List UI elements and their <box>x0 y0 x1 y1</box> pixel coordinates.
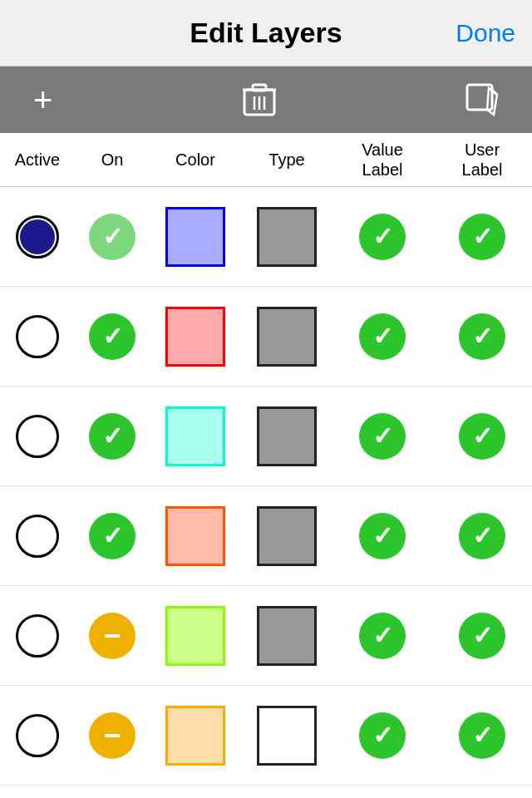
cell-type <box>241 406 332 466</box>
cell-color <box>150 506 241 566</box>
label-check[interactable] <box>359 214 406 260</box>
cell-value-label <box>332 513 432 559</box>
on-check-light[interactable] <box>89 214 135 260</box>
color-swatch[interactable] <box>165 606 225 666</box>
nav-bar: Edit Layers Done <box>0 0 532 66</box>
color-swatch[interactable] <box>165 307 225 367</box>
cell-active <box>0 415 75 458</box>
cell-user-label <box>432 313 532 360</box>
type-swatch[interactable] <box>257 307 317 367</box>
label-check[interactable] <box>359 513 406 559</box>
cell-user-label <box>432 513 532 559</box>
table-row <box>0 686 532 786</box>
cell-value-label <box>332 712 432 759</box>
cell-color <box>150 207 241 267</box>
color-swatch[interactable] <box>165 406 225 466</box>
active-radio[interactable] <box>16 515 59 558</box>
table-row <box>0 387 532 486</box>
active-radio[interactable] <box>16 215 59 259</box>
cell-type <box>241 506 332 566</box>
cell-type <box>241 706 332 766</box>
page-title: Edit Layers <box>190 17 342 49</box>
label-check[interactable] <box>459 214 505 260</box>
type-swatch[interactable] <box>257 606 317 666</box>
cell-user-label <box>432 214 532 260</box>
cell-active <box>0 614 75 658</box>
type-swatch[interactable] <box>257 506 317 566</box>
type-swatch[interactable] <box>257 207 317 267</box>
type-swatch[interactable] <box>257 406 317 466</box>
cell-on <box>75 413 150 460</box>
header-color: Color <box>150 150 241 170</box>
cell-active <box>0 315 75 358</box>
cell-value-label <box>332 313 432 360</box>
label-check[interactable] <box>459 413 505 460</box>
active-radio[interactable] <box>16 315 59 358</box>
active-radio[interactable] <box>16 415 59 458</box>
header-type: Type <box>241 150 332 170</box>
cell-value-label <box>332 613 432 659</box>
label-check[interactable] <box>459 712 505 759</box>
edit-icon[interactable] <box>466 83 499 116</box>
cell-on <box>75 513 150 559</box>
table-row <box>0 486 532 586</box>
label-check[interactable] <box>359 413 406 460</box>
cell-active <box>0 515 75 558</box>
on-minus-yellow[interactable] <box>89 613 135 659</box>
cell-on <box>75 613 150 659</box>
cell-on <box>75 313 150 360</box>
on-check-green[interactable] <box>89 313 135 360</box>
cell-type <box>241 606 332 666</box>
cell-user-label <box>432 712 532 759</box>
cell-user-label <box>432 613 532 659</box>
header-value-label: ValueLabel <box>332 140 432 180</box>
cell-type <box>241 307 332 367</box>
cell-active <box>0 714 75 757</box>
label-check[interactable] <box>459 513 505 559</box>
table-row <box>0 287 532 387</box>
add-icon[interactable]: + <box>33 81 52 119</box>
label-check[interactable] <box>359 613 406 659</box>
table-row <box>0 187 532 287</box>
label-check[interactable] <box>459 613 505 659</box>
cell-color <box>150 706 241 766</box>
label-check[interactable] <box>459 313 505 360</box>
label-check[interactable] <box>359 712 406 759</box>
table-row <box>0 586 532 686</box>
active-radio[interactable] <box>16 614 59 658</box>
cell-color <box>150 606 241 666</box>
active-radio[interactable] <box>16 714 59 757</box>
color-swatch[interactable] <box>165 207 225 267</box>
done-button[interactable]: Done <box>456 19 515 47</box>
type-swatch[interactable] <box>257 706 317 766</box>
label-check[interactable] <box>359 313 406 360</box>
cell-color <box>150 406 241 466</box>
cell-value-label <box>332 413 432 460</box>
cell-user-label <box>432 413 532 460</box>
delete-icon[interactable] <box>243 81 276 118</box>
header-on: On <box>75 150 150 170</box>
color-swatch[interactable] <box>165 706 225 766</box>
on-minus-yellow[interactable] <box>89 712 135 759</box>
color-swatch[interactable] <box>165 506 225 566</box>
toolbar: + <box>0 66 532 133</box>
cell-type <box>241 207 332 267</box>
table-body <box>0 187 532 786</box>
on-check-green[interactable] <box>89 513 135 559</box>
table-header: Active On Color Type ValueLabel UserLabe… <box>0 133 532 187</box>
cell-on <box>75 214 150 260</box>
cell-value-label <box>332 214 432 260</box>
on-check-green[interactable] <box>89 413 135 460</box>
cell-on <box>75 712 150 759</box>
cell-color <box>150 307 241 367</box>
header-user-label: UserLabel <box>432 140 532 180</box>
header-active: Active <box>0 150 75 170</box>
cell-active <box>0 215 75 259</box>
